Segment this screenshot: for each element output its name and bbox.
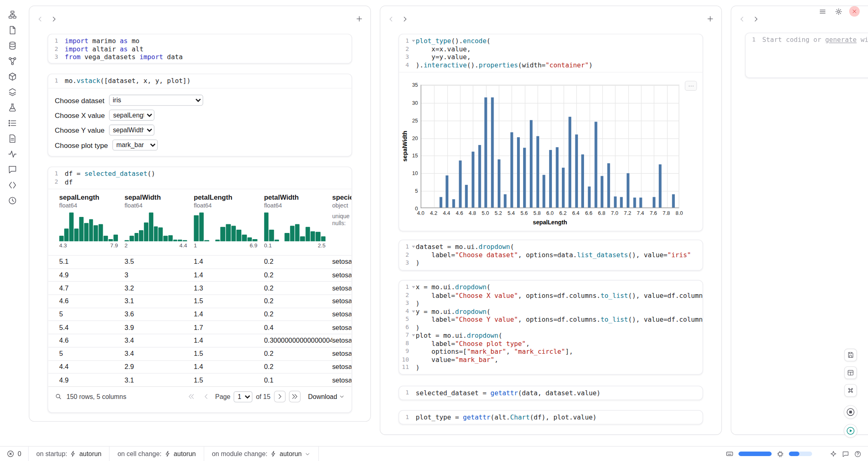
- dependency-graph-icon[interactable]: [5, 54, 19, 67]
- code-editor[interactable]: 1import marimo as mo2import altair as al…: [48, 35, 351, 64]
- search-icon[interactable]: [55, 393, 62, 401]
- page-select[interactable]: 1: [234, 391, 253, 402]
- column-name: sepalWidth: [125, 194, 187, 201]
- table-row[interactable]: 4.63.41.40.30000000000000004setosa: [48, 334, 351, 347]
- code-editor[interactable]: 1selected_dataset = getattr(data, datase…: [399, 386, 702, 400]
- file-tree-icon[interactable]: [5, 8, 19, 21]
- code-editor[interactable]: 1plot_type = getattr(alt.Chart(df), plot…: [399, 410, 702, 424]
- chat-icon[interactable]: [5, 163, 19, 176]
- line-number: 2: [399, 45, 416, 53]
- last-page-button[interactable]: [289, 391, 300, 402]
- x-tick-label: 6.4: [569, 210, 582, 216]
- layers-icon[interactable]: [5, 85, 19, 98]
- add-cell-button[interactable]: [706, 15, 714, 23]
- choose-dataset-dropdown[interactable]: iris: [109, 95, 203, 106]
- feedback-icon[interactable]: [842, 450, 850, 458]
- column-header: [37, 13, 363, 24]
- database-icon[interactable]: [5, 39, 19, 52]
- runtime-config-item[interactable]: on startup:autorun: [28, 447, 109, 461]
- chart-menu-button[interactable]: [685, 81, 697, 91]
- table-row[interactable]: 53.61.40.2setosa: [48, 308, 351, 321]
- column-scroll-left-button[interactable]: [739, 15, 746, 23]
- column-scroll-right-button[interactable]: [752, 15, 760, 23]
- snippets-icon[interactable]: [5, 178, 19, 191]
- code-editor[interactable]: 1mo.vstack([dataset, x, y, plot]): [48, 74, 351, 88]
- run-all-button[interactable]: [844, 424, 858, 438]
- help-icon[interactable]: [854, 450, 861, 458]
- chevron-down-icon: [339, 394, 345, 400]
- new-empty-cell[interactable]: 1 Start coding or generate with AI: [745, 32, 868, 78]
- chart-bar: [659, 164, 662, 207]
- choose-y-value-dropdown[interactable]: sepalWidth: [109, 124, 154, 136]
- download-button[interactable]: Download: [308, 393, 345, 401]
- code-editor[interactable]: 1plot_type().encode(2 x=x.value,3 y=y.va…: [399, 35, 702, 72]
- column-dtype: float64: [194, 202, 257, 209]
- code-editor[interactable]: 1x = mo.ui.dropdown(2 label="Choose X va…: [399, 281, 702, 374]
- tracing-icon[interactable]: [5, 147, 19, 160]
- outline-list-icon[interactable]: [5, 116, 19, 129]
- chart-bar: [536, 136, 539, 207]
- fold-marker-icon[interactable]: [412, 334, 415, 337]
- errors-indicator[interactable]: 0: [0, 447, 28, 461]
- save-notebook-button[interactable]: [844, 349, 857, 362]
- table-row[interactable]: 4.93.11.50.1setosa: [48, 373, 351, 386]
- line-number: 1: [48, 37, 65, 45]
- table-row[interactable]: 4.73.21.30.2setosa: [48, 281, 351, 295]
- interrupt-button[interactable]: [844, 405, 858, 419]
- column-header[interactable]: sepalWidthfloat6424.4: [125, 194, 194, 249]
- keyboard-shortcuts-button[interactable]: [844, 384, 857, 397]
- command-icon: [847, 387, 854, 394]
- column-scroll-right-button[interactable]: [402, 15, 409, 23]
- table-row[interactable]: 5.13.51.40.2setosa: [48, 255, 351, 268]
- table-row[interactable]: 4.42.91.40.2setosa: [48, 360, 351, 373]
- ai-sparkle-icon[interactable]: [830, 450, 837, 458]
- table-row[interactable]: 4.931.40.2setosa: [48, 268, 351, 281]
- notebook-file-icon[interactable]: [5, 23, 19, 37]
- altair-chart: sepalWidth sepalLength 051015202530354.0…: [399, 72, 702, 231]
- column-scroll-left-button[interactable]: [388, 15, 395, 23]
- settings-button[interactable]: [833, 6, 844, 17]
- next-page-button[interactable]: [274, 391, 285, 402]
- add-cell-button[interactable]: [356, 15, 363, 23]
- package-icon[interactable]: [5, 70, 19, 83]
- keyboard-icon[interactable]: [726, 450, 734, 458]
- column-scroll-right-button[interactable]: [51, 15, 58, 23]
- code-editor[interactable]: 1df = selected_dataset()2df: [48, 167, 351, 189]
- column-range: 0.12.5: [264, 242, 326, 250]
- fold-marker-icon[interactable]: [412, 40, 415, 42]
- control-row: Choose X valuesepalLength: [55, 109, 345, 121]
- document-icon[interactable]: [5, 132, 19, 145]
- layout-select-button[interactable]: [844, 366, 857, 379]
- column-header[interactable]: sepalLengthfloat644.37.9: [59, 194, 125, 249]
- choose-x-value-dropdown[interactable]: sepalLength: [109, 110, 155, 121]
- line-number: 4: [399, 307, 416, 316]
- column-header[interactable]: petalLengthfloat6416.9: [194, 194, 264, 249]
- first-page-button[interactable]: [185, 391, 197, 402]
- prev-page-button[interactable]: [200, 391, 212, 402]
- column-header[interactable]: speciesobjectuniquenulls:: [332, 194, 351, 249]
- fold-marker-icon[interactable]: [412, 246, 415, 248]
- table-row[interactable]: 53.41.50.2setosa: [48, 347, 351, 360]
- runtime-config-item[interactable]: on module change:autorun: [204, 447, 319, 461]
- x-tick-label: 5.4: [505, 210, 518, 216]
- plot-area[interactable]: [421, 85, 679, 208]
- x-tick-label: 7.8: [660, 210, 673, 216]
- table-row[interactable]: 4.63.11.50.2setosa: [48, 295, 351, 308]
- cell-plot-type: 1plot_type = getattr(alt.Chart(df), plot…: [399, 410, 703, 424]
- notebook-menu-button[interactable]: [817, 6, 828, 17]
- history-icon[interactable]: [5, 194, 19, 207]
- column-scroll-left-button[interactable]: [37, 15, 44, 23]
- column-header[interactable]: petalWidthfloat640.12.5: [264, 194, 332, 249]
- fold-marker-icon[interactable]: [412, 310, 415, 312]
- table-row[interactable]: 5.43.91.70.4setosa: [48, 320, 351, 334]
- line-number: 6: [399, 323, 416, 332]
- flask-icon[interactable]: [5, 101, 19, 114]
- shutdown-button[interactable]: [849, 6, 860, 17]
- runtime-config-item[interactable]: on cell change:autorun: [110, 447, 203, 461]
- choose-plot-type-dropdown[interactable]: mark_bar: [112, 139, 157, 150]
- fold-marker-icon[interactable]: [412, 286, 415, 288]
- generate-with-ai-link[interactable]: generate: [825, 36, 857, 44]
- dependency-graph-icon: [7, 56, 17, 66]
- code-editor[interactable]: 1dataset = mo.ui.dropdown(2 label="Choos…: [399, 240, 702, 270]
- chart-bar: [549, 150, 552, 207]
